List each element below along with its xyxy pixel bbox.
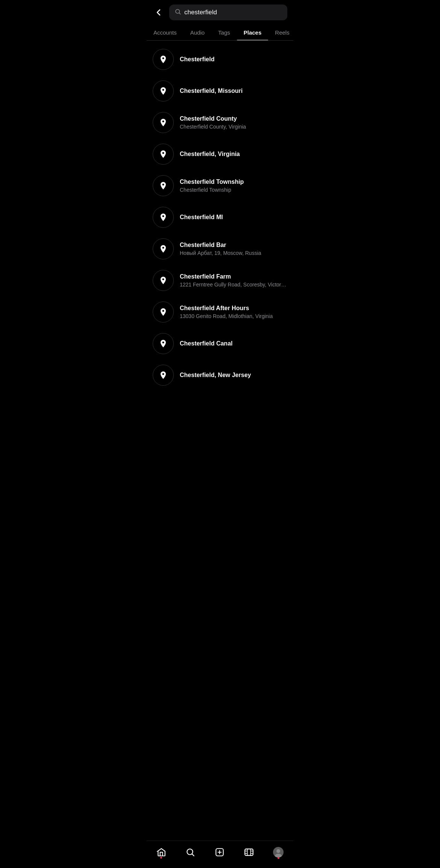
place-icon-circle — [153, 175, 174, 196]
place-icon-circle — [153, 80, 174, 101]
reels-icon — [244, 847, 254, 857]
place-icon-circle — [153, 49, 174, 70]
tab-places[interactable]: Places — [237, 25, 269, 40]
tab-tags[interactable]: Tags — [211, 25, 237, 40]
tab-reels[interactable]: Reels — [268, 25, 293, 40]
list-item[interactable]: Chesterfield, Virginia — [147, 138, 293, 170]
place-icon-circle — [153, 112, 174, 133]
place-icon-circle — [153, 238, 174, 259]
nav-search[interactable] — [181, 846, 200, 859]
location-pin-icon — [159, 308, 168, 317]
list-item[interactable]: Chesterfield Canal — [147, 328, 293, 359]
list-item[interactable]: Chesterfield County Chesterfield County,… — [147, 107, 293, 138]
svg-point-5 — [276, 849, 280, 853]
place-icon-circle — [153, 333, 174, 354]
list-item[interactable]: Chesterfield Township Chesterfield Towns… — [147, 170, 293, 201]
place-name: Chesterfield, New Jersey — [180, 371, 287, 379]
place-info: Chesterfield Bar Новый Арбат, 19, Moscow… — [180, 241, 287, 257]
location-pin-icon — [159, 181, 168, 190]
place-info: Chesterfield Township Chesterfield Towns… — [180, 178, 287, 194]
places-list: Chesterfield Chesterfield, Missouri Ches… — [147, 41, 293, 394]
place-info: Chesterfield, Virginia — [180, 150, 287, 158]
place-name: Chesterfield — [180, 56, 287, 64]
place-name: Chesterfield MI — [180, 214, 287, 221]
search-icon — [174, 8, 181, 17]
list-item[interactable]: Chesterfield, New Jersey — [147, 359, 293, 391]
search-bar — [169, 5, 287, 20]
location-pin-icon — [159, 276, 168, 285]
tab-audio[interactable]: Audio — [184, 25, 211, 40]
bottom-nav — [147, 841, 293, 868]
svg-rect-3 — [245, 849, 253, 855]
place-icon-circle — [153, 207, 174, 228]
place-name: Chesterfield Farm — [180, 273, 287, 281]
search-input[interactable] — [184, 9, 282, 16]
place-name: Chesterfield, Missouri — [180, 87, 287, 95]
place-info: Chesterfield After Hours 13030 Genito Ro… — [180, 304, 287, 320]
list-item[interactable]: Chesterfield After Hours 13030 Genito Ro… — [147, 296, 293, 328]
place-name: Chesterfield Bar — [180, 241, 287, 249]
nav-home[interactable] — [152, 846, 171, 859]
place-subtitle: Chesterfield County, Virginia — [180, 123, 287, 130]
place-icon-circle — [153, 301, 174, 323]
place-info: Chesterfield County Chesterfield County,… — [180, 115, 287, 130]
list-item[interactable]: Chesterfield MI — [147, 201, 293, 233]
nav-reels[interactable] — [240, 846, 258, 859]
place-icon-circle — [153, 144, 174, 165]
place-name: Chesterfield Township — [180, 178, 287, 186]
place-subtitle: 1221 Ferntree Gully Road, Scoresby, Vict… — [180, 281, 287, 288]
location-pin-icon — [159, 150, 168, 159]
place-icon-circle — [153, 365, 174, 386]
tab-accounts[interactable]: Accounts — [147, 25, 184, 40]
back-button[interactable] — [153, 6, 165, 18]
list-item[interactable]: Chesterfield Bar Новый Арбат, 19, Moscow… — [147, 233, 293, 265]
place-subtitle: Chesterfield Township — [180, 186, 287, 193]
place-icon-circle — [153, 270, 174, 291]
location-pin-icon — [159, 55, 168, 64]
location-pin-icon — [159, 244, 168, 253]
location-pin-icon — [159, 86, 168, 95]
header — [147, 0, 293, 25]
avatar — [273, 847, 284, 857]
profile-notification-dot — [278, 857, 279, 859]
place-name: Chesterfield, Virginia — [180, 150, 287, 158]
place-info: Chesterfield, New Jersey — [180, 371, 287, 379]
place-subtitle: Новый Арбат, 19, Moscow, Russia — [180, 250, 287, 256]
search-nav-icon — [185, 847, 195, 857]
place-name: Chesterfield Canal — [180, 340, 287, 348]
home-notification-dot — [160, 857, 162, 859]
place-info: Chesterfield MI — [180, 214, 287, 221]
place-subtitle: 13030 Genito Road, Midlothian, Virginia — [180, 313, 287, 320]
place-name: Chesterfield After Hours — [180, 304, 287, 312]
create-icon — [215, 847, 225, 857]
location-pin-icon — [159, 339, 168, 348]
list-item[interactable]: Chesterfield Farm 1221 Ferntree Gully Ro… — [147, 265, 293, 296]
tabs-bar: Accounts Audio Tags Places Reels — [147, 25, 293, 41]
nav-profile[interactable] — [269, 845, 288, 859]
location-pin-icon — [159, 118, 168, 127]
location-pin-icon — [159, 213, 168, 222]
place-info: Chesterfield, Missouri — [180, 87, 287, 95]
place-name: Chesterfield County — [180, 115, 287, 123]
nav-create[interactable] — [210, 846, 229, 859]
place-info: Chesterfield Canal — [180, 340, 287, 348]
list-item[interactable]: Chesterfield, Missouri — [147, 75, 293, 107]
place-info: Chesterfield — [180, 56, 287, 64]
location-pin-icon — [159, 371, 168, 380]
list-item[interactable]: Chesterfield — [147, 44, 293, 75]
place-info: Chesterfield Farm 1221 Ferntree Gully Ro… — [180, 273, 287, 288]
home-icon — [156, 847, 166, 857]
